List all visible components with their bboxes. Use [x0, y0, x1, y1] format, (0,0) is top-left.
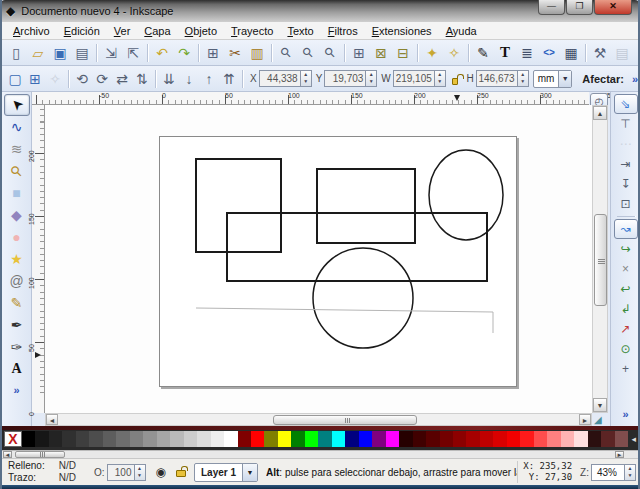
- select-all[interactable]: ▢: [5, 69, 25, 89]
- palette-swatch-33[interactable]: [466, 431, 479, 447]
- menu-ver[interactable]: Ver: [107, 24, 138, 38]
- color-management-icon[interactable]: ◢: [594, 414, 602, 425]
- palette-swatch-31[interactable]: [440, 431, 453, 447]
- palette-scrollbar[interactable]: ◄ ►: [2, 450, 638, 458]
- palette-swatch-1[interactable]: [35, 431, 48, 447]
- snap-rotation-center[interactable]: ↗: [614, 319, 638, 339]
- ungroup-selection[interactable]: ✧: [443, 43, 465, 63]
- group-selection[interactable]: ✦: [421, 43, 443, 63]
- palette-swatch-34[interactable]: [480, 431, 493, 447]
- palette-swatch-44[interactable]: [615, 431, 628, 447]
- layers-dialog[interactable]: ≣: [516, 43, 538, 63]
- tool-text[interactable]: A: [4, 358, 30, 380]
- y-field-spinner[interactable]: ▲▼: [366, 70, 377, 87]
- raise[interactable]: ↑: [199, 69, 219, 89]
- preferences[interactable]: ⚒: [589, 43, 611, 63]
- palette-swatch-21[interactable]: [305, 431, 318, 447]
- unlink-clone[interactable]: ⊟: [392, 43, 414, 63]
- palette-swatch-14[interactable]: [211, 431, 224, 447]
- fill-stroke-indicator[interactable]: Relleno: N/D Trazo: N/D: [4, 460, 80, 484]
- palette-scroll-left-icon[interactable]: ◄: [3, 451, 12, 458]
- palette-swatch-11[interactable]: [170, 431, 183, 447]
- vertical-scrollbar-thumb[interactable]: [594, 214, 607, 306]
- canvas-shape-ellipse-3[interactable]: [429, 150, 503, 240]
- menu-objeto[interactable]: Objeto: [178, 24, 224, 38]
- toolbar-overflow-chevron[interactable]: »: [632, 73, 638, 85]
- palette-swatch-25[interactable]: [359, 431, 372, 447]
- close-button[interactable]: ✕: [594, 0, 632, 15]
- raise-to-top[interactable]: ⇈: [219, 69, 239, 89]
- canvas-shape-rect-2[interactable]: [227, 213, 487, 281]
- create-clone[interactable]: ⊠: [370, 43, 392, 63]
- tool-zoom[interactable]: ⚲: [4, 160, 30, 182]
- height-field-spinner[interactable]: ▲▼: [518, 70, 529, 87]
- palette-swatch-7[interactable]: [116, 431, 129, 447]
- print-document[interactable]: ▤: [71, 43, 93, 63]
- palette-swatch-0[interactable]: [22, 431, 35, 447]
- chevron-down-icon[interactable]: ▼: [242, 464, 257, 481]
- palette-scroll-right-icon[interactable]: ►: [615, 451, 624, 458]
- palette-swatch-35[interactable]: [493, 431, 506, 447]
- palette-swatch-13[interactable]: [197, 431, 210, 447]
- scroll-right-icon[interactable]: ►: [579, 414, 591, 425]
- snap-nodes[interactable]: ↝: [614, 219, 638, 239]
- rotate-90-cw[interactable]: ⟳: [92, 69, 112, 89]
- tool-bezier-pen[interactable]: ✒: [4, 314, 30, 336]
- canvas-viewport[interactable]: [45, 105, 592, 413]
- snapbar-overflow-chevron[interactable]: »: [622, 408, 628, 420]
- tool-pencil[interactable]: ✎: [4, 292, 30, 314]
- text-dialog[interactable]: T: [494, 43, 516, 63]
- cut[interactable]: ✂: [224, 43, 246, 63]
- opacity-spinner[interactable]: ▲▼: [135, 464, 146, 481]
- tool-node-editor[interactable]: ∿: [4, 116, 30, 138]
- palette-swatch-41[interactable]: [574, 431, 587, 447]
- toolbox-overflow-chevron[interactable]: »: [13, 384, 19, 396]
- snap-enable[interactable]: ⇘: [614, 94, 638, 114]
- layer-lock-icon[interactable]: [176, 470, 186, 477]
- horizontal-scrollbar[interactable]: ◄ ►: [45, 413, 592, 426]
- copy[interactable]: ⊞: [202, 43, 224, 63]
- zoom-selection[interactable]: ⚲: [275, 43, 297, 63]
- save-document[interactable]: ▣: [49, 43, 71, 63]
- palette-swatch-5[interactable]: [89, 431, 102, 447]
- palette-swatch-9[interactable]: [143, 431, 156, 447]
- snap-bbox-edge-midpoints[interactable]: ↧: [614, 174, 638, 194]
- x-field[interactable]: X 44,338 ▲▼: [250, 70, 312, 87]
- palette-swatch-29[interactable]: [413, 431, 426, 447]
- tool-tweak[interactable]: ≋: [4, 138, 30, 160]
- title-bar[interactable]: ◆ Documento nuevo 4 - Inkscape — ❐ ✕: [0, 0, 640, 22]
- menu-capa[interactable]: Capa: [137, 24, 177, 38]
- palette-swatch-39[interactable]: [547, 431, 560, 447]
- x-field-value[interactable]: 44,338: [259, 70, 301, 87]
- snap-path-intersections[interactable]: ×: [614, 259, 638, 279]
- menu-edicion[interactable]: Edición: [57, 24, 107, 38]
- canvas-shape-polyline-5[interactable]: [196, 308, 493, 333]
- snap-grid-guide[interactable]: +: [614, 359, 638, 379]
- duplicate[interactable]: ⊞: [348, 43, 370, 63]
- palette-swatch-8[interactable]: [130, 431, 143, 447]
- palette-swatch-36[interactable]: [507, 431, 520, 447]
- horizontal-scrollbar-thumb[interactable]: [273, 415, 417, 425]
- import-document[interactable]: ⇲: [100, 43, 122, 63]
- opacity-value[interactable]: 100: [107, 464, 135, 481]
- flip-vertical[interactable]: ⇅: [132, 69, 152, 89]
- menu-filtros[interactable]: Filtros: [321, 24, 365, 38]
- palette-swatch-42[interactable]: [588, 431, 601, 447]
- fill-stroke-dialog[interactable]: ✎: [472, 43, 494, 63]
- palette-swatch-20[interactable]: [291, 431, 304, 447]
- palette-swatch-38[interactable]: [534, 431, 547, 447]
- palette-swatch-3[interactable]: [62, 431, 75, 447]
- zoom-page[interactable]: ⚲: [319, 43, 341, 63]
- xml-editor[interactable]: <>: [538, 43, 560, 63]
- palette-swatch-23[interactable]: [332, 431, 345, 447]
- palette-swatch-6[interactable]: [103, 431, 116, 447]
- height-field[interactable]: H 146,673 ▲▼: [466, 70, 528, 87]
- layer-select[interactable]: Layer 1 ▼: [194, 463, 258, 482]
- new-document[interactable]: ▯: [5, 43, 27, 63]
- restore-button[interactable]: ❐: [566, 0, 593, 15]
- open-document[interactable]: ▱: [27, 43, 49, 63]
- menu-texto[interactable]: Texto: [280, 24, 320, 38]
- menu-extensiones[interactable]: Extensiones: [365, 24, 439, 38]
- menu-trayecto[interactable]: Trayecto: [224, 24, 280, 38]
- tool-3dbox[interactable]: ◆: [4, 204, 30, 226]
